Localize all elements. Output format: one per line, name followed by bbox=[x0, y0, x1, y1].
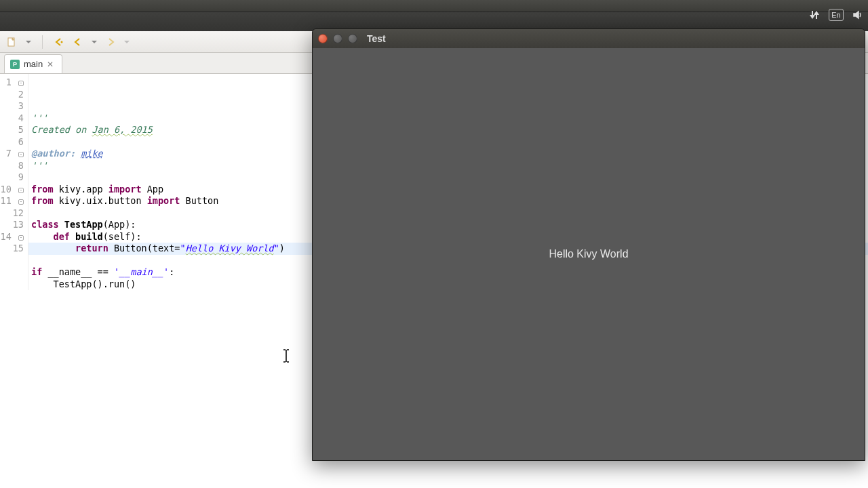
dropdown-icon[interactable] bbox=[26, 39, 31, 45]
kivy-app-window: Test Hello Kivy World bbox=[312, 28, 865, 461]
keyboard-layout-indicator[interactable]: En bbox=[829, 9, 844, 21]
desktop-top-panel bbox=[0, 0, 868, 12]
line-number: 12 bbox=[0, 207, 24, 220]
tab-filename: main bbox=[24, 59, 43, 69]
line-number-gutter: 1 -234567 -8910 -11 -121314 -15 bbox=[0, 74, 28, 290]
python-file-icon: P bbox=[10, 60, 20, 69]
kivy-button[interactable]: Hello Kivy World bbox=[313, 48, 865, 460]
line-number: 1 - bbox=[0, 77, 24, 89]
line-number: 9 bbox=[0, 171, 24, 184]
dropdown-icon[interactable] bbox=[92, 39, 97, 45]
line-number: 11 - bbox=[0, 195, 24, 207]
volume-icon[interactable] bbox=[852, 9, 864, 21]
network-icon[interactable] bbox=[808, 9, 821, 21]
nav-back-icon[interactable] bbox=[73, 37, 83, 47]
app-window-titlebar[interactable]: Test bbox=[313, 29, 865, 48]
line-number: 7 - bbox=[0, 148, 24, 160]
dropdown-icon bbox=[124, 39, 130, 45]
line-number: 15 bbox=[0, 243, 24, 255]
line-number: 13 bbox=[0, 219, 24, 231]
line-number: 10 - bbox=[0, 184, 24, 196]
text-cursor-icon bbox=[282, 349, 290, 363]
toolbar-new-icon[interactable] bbox=[7, 37, 18, 47]
line-number: 14 - bbox=[0, 231, 24, 243]
window-minimize-button[interactable] bbox=[333, 34, 342, 43]
line-number: 8 bbox=[0, 160, 24, 172]
nav-last-edit-icon[interactable] bbox=[54, 37, 64, 47]
line-number: 6 bbox=[0, 136, 24, 148]
system-tray: En bbox=[808, 0, 868, 30]
line-number: 4 bbox=[0, 113, 24, 125]
window-maximize-button[interactable] bbox=[348, 34, 357, 43]
line-number: 2 bbox=[0, 89, 24, 101]
line-number: 5 bbox=[0, 124, 24, 136]
window-close-button[interactable] bbox=[318, 34, 328, 43]
kivy-button-label: Hello Kivy World bbox=[549, 248, 628, 260]
line-number: 3 bbox=[0, 100, 24, 113]
tab-close-icon[interactable]: ✕ bbox=[47, 60, 55, 68]
toolbar-separator bbox=[42, 35, 43, 49]
svg-point-1 bbox=[61, 41, 63, 43]
app-window-title: Test bbox=[367, 33, 386, 44]
editor-tab-main[interactable]: P main ✕ bbox=[4, 54, 62, 73]
nav-forward-icon bbox=[105, 37, 116, 47]
